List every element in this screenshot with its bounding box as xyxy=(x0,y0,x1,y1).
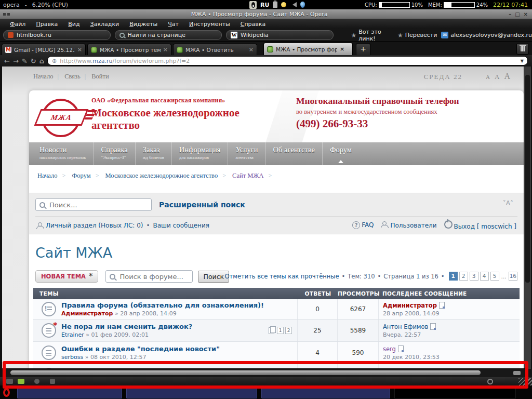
goto-last-post-icon[interactable] xyxy=(439,302,445,309)
speaker-icon[interactable] xyxy=(290,2,297,7)
window-title-bar[interactable]: МЖА • Просмотр форума - Сайт МЖА - Opera… xyxy=(0,9,532,19)
nav-forum-active[interactable]: Форум xyxy=(322,142,359,165)
clipboard-icon[interactable] xyxy=(273,2,277,8)
back-button[interactable]: ← xyxy=(4,58,10,64)
opera-taskbar-icon[interactable] xyxy=(3,388,10,397)
goto-last-post-icon[interactable] xyxy=(430,323,436,330)
new-topic-button[interactable]: НОВАЯ ТЕМА* xyxy=(35,270,98,283)
bulb-icon[interactable] xyxy=(281,2,286,7)
members-link[interactable]: Пользователи xyxy=(381,221,436,229)
mza-logo[interactable]: МЖА xyxy=(37,98,89,135)
bookmark-htmlbook[interactable]: htmlbook.ru xyxy=(3,30,111,40)
page-2[interactable]: 2 xyxy=(459,272,468,281)
find-on-page-box[interactable]: Найти на странице xyxy=(115,30,222,40)
bookmark-translate[interactable]: ★ Перевести xyxy=(397,32,437,39)
faq-link[interactable]: ?FAQ xyxy=(352,221,374,229)
table-row[interactable]: Не пора ли нам сменить движок? Etrainer … xyxy=(33,320,520,342)
pencil-icon[interactable]: ✎ xyxy=(22,58,28,64)
new-tab-button[interactable]: + xyxy=(356,43,370,55)
goto-page-1[interactable]: 1 xyxy=(277,327,284,334)
menu-help[interactable]: Справка xyxy=(236,20,270,29)
nav-help[interactable]: Справка "Экспресс-3" xyxy=(93,142,135,165)
lastpost-author-link[interactable]: Антон Ефимов xyxy=(383,323,428,330)
closed-tabs-trash-button[interactable] xyxy=(516,43,529,55)
menu-chat[interactable]: Чат xyxy=(163,20,183,29)
bookmark-link1[interactable]: ★ Вот это линк! xyxy=(351,29,393,42)
goto-page-2[interactable]: 2 xyxy=(285,327,292,334)
tab-mza-topic[interactable]: МЖА • Просмотр темы - ... × xyxy=(87,44,171,55)
crumb-home[interactable]: Начало xyxy=(37,172,58,179)
forum-search-input[interactable] xyxy=(105,270,193,283)
search-in-forum[interactable] xyxy=(105,270,193,283)
forward-button[interactable]: → xyxy=(13,58,19,64)
menu-widgets[interactable]: Виджеты xyxy=(125,20,162,29)
your-posts-link[interactable]: Ваши сообщения xyxy=(153,222,209,229)
reload-button[interactable]: ↻ xyxy=(31,58,36,64)
lastpost-author-link[interactable]: serg xyxy=(383,345,396,353)
crumb-agency[interactable]: Московское железнодорожное агентство xyxy=(105,172,218,179)
minimize-button[interactable]: – xyxy=(509,11,511,17)
nav-about[interactable]: Об агентстве xyxy=(265,142,322,165)
nav-news[interactable]: Новости пассажирских перевозок xyxy=(29,142,93,165)
page-4[interactable]: 4 xyxy=(480,272,489,281)
nav-order[interactable]: Заказ жд билетов xyxy=(135,142,171,165)
url-dropdown-icon[interactable]: ▼ xyxy=(521,59,524,63)
restore-button[interactable]: □ xyxy=(515,11,520,17)
page-3[interactable]: 3 xyxy=(470,272,478,281)
font-size-switcher[interactable]: A A A xyxy=(483,72,510,81)
menu-bookmarks[interactable]: Закладки xyxy=(86,20,124,29)
private-messages-link[interactable]: Личный раздел (Новых ЛС: 0) xyxy=(46,222,143,229)
close-button[interactable]: × xyxy=(524,11,528,17)
forum-quick-search[interactable] xyxy=(35,198,152,211)
topic-title-link[interactable]: Не пора ли нам сменить движок? xyxy=(61,323,192,330)
tux-icon[interactable] xyxy=(249,1,257,9)
mark-read-link[interactable]: Отметить все темы как прочтённые xyxy=(224,273,339,280)
topic-title-link[interactable]: Правила форума (обязательно для ознакомл… xyxy=(61,301,264,309)
tab-gmail[interactable]: M Gmail - [MLUG] 25.12.201... × xyxy=(2,44,86,55)
wikipedia-search-box[interactable]: W Wikipedia xyxy=(226,30,334,40)
link-contact[interactable]: Связь xyxy=(64,73,80,80)
tab-close-icon[interactable]: × xyxy=(340,46,344,52)
nav-info[interactable]: Информация для пассажиров xyxy=(171,142,228,165)
replies-count: 0 xyxy=(297,299,337,319)
topic-author-link[interactable]: Администратор xyxy=(61,310,113,317)
tab-close-icon[interactable]: × xyxy=(77,46,82,53)
search-input[interactable] xyxy=(35,198,152,211)
tab-close-icon[interactable]: × xyxy=(249,46,254,53)
water-drop-icon[interactable] xyxy=(300,2,305,8)
vertical-scrollbar[interactable] xyxy=(524,66,531,369)
logout-link[interactable]: Выход [ moscwich ] xyxy=(444,220,517,230)
table-row[interactable]: Правила форума (обязательно для ознакомл… xyxy=(33,299,520,320)
nav-services[interactable]: Услуги агентства xyxy=(228,142,265,165)
topic-author-link[interactable]: Etrainer xyxy=(61,331,84,338)
crumb-forum[interactable]: Форум xyxy=(72,172,90,179)
crumb-site-mza[interactable]: Сайт МЖА xyxy=(232,172,264,179)
lastpost-author-link[interactable]: Администратор xyxy=(383,302,437,309)
mem-meter-value: 24% xyxy=(476,2,488,8)
font-resize-widget[interactable]: ˅A˄ xyxy=(503,200,513,207)
topic-title-link[interactable]: Ошибки в разделе "последние новости" xyxy=(61,345,220,353)
topic-author-link[interactable]: serboss xyxy=(61,354,83,361)
vertical-scrollbar-thumb[interactable] xyxy=(525,75,530,283)
page-1-current[interactable]: 1 xyxy=(449,272,458,281)
page-5[interactable]: 5 xyxy=(490,272,499,281)
col-replies: ОТВЕТЫ xyxy=(298,290,338,297)
goto-last-post-icon[interactable] xyxy=(398,345,404,352)
menu-view[interactable]: Вид xyxy=(63,20,84,29)
menu-file[interactable]: Файл xyxy=(5,20,30,29)
tab-close-icon[interactable]: × xyxy=(163,46,168,53)
url-field[interactable]: ⊕ http://www.mza.ru/forum/viewforum.php?… xyxy=(47,56,528,65)
home-button[interactable]: ⌂ xyxy=(39,58,44,64)
keyboard-layout-indicator[interactable]: RU xyxy=(260,2,269,8)
tab-mza-reply[interactable]: МЖА • Ответить × xyxy=(173,44,257,55)
bookmark-email[interactable]: ✉ alexseysolovyov@yandex.ru xyxy=(441,32,532,38)
menu-tools[interactable]: Инструменты xyxy=(184,20,235,29)
window-menu-icon[interactable] xyxy=(3,13,10,16)
page-16[interactable]: 16 xyxy=(509,272,517,281)
link-login[interactable]: Войти xyxy=(91,73,109,80)
link-home[interactable]: Начало xyxy=(33,73,54,80)
tab-mza-forum-active[interactable]: МЖА • Просмотр форума ... × xyxy=(263,43,353,55)
menu-edit[interactable]: Правка xyxy=(31,20,62,29)
topics-table: ТЕМЫ ОТВЕТЫ ПРОСМОТРЫ ПОСЛЕДНЕЕ СООБЩЕНИ… xyxy=(33,288,520,369)
advanced-search-link[interactable]: Расширенный поиск xyxy=(159,201,245,209)
